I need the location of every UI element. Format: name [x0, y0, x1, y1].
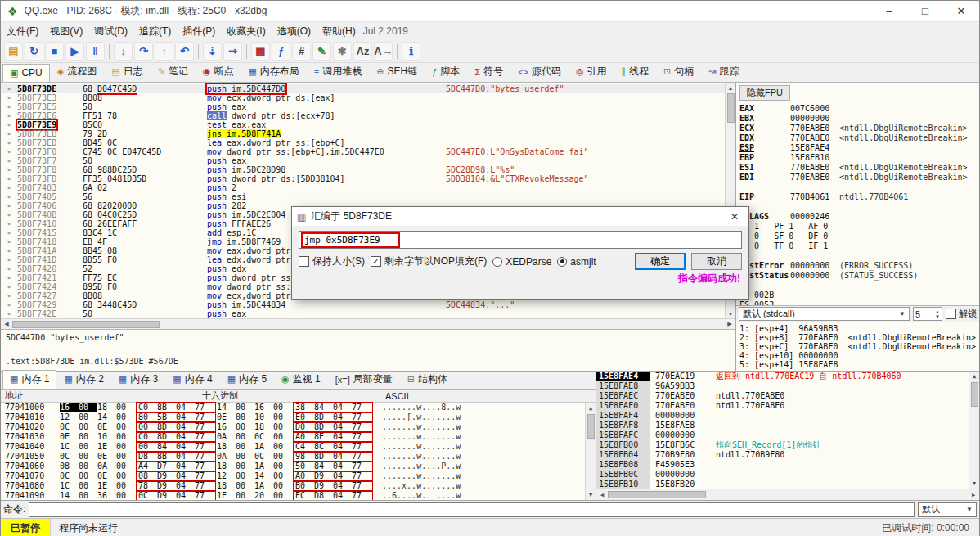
memory-row[interactable]: 770410801C001E0078D9047718001A00B0D90477… — [1, 481, 596, 491]
stack-vertical-scrollbar[interactable]: ▲ ▼ — [969, 372, 979, 489]
register-row[interactable] — [739, 251, 976, 261]
call-stack-tab[interactable]: ≡调用堆栈 — [307, 61, 369, 82]
maximize-button[interactable]: □ — [907, 1, 943, 21]
unlock-checkbox[interactable]: 解锁 — [946, 308, 977, 320]
memory-row[interactable]: 7704101012001400805B04770E001000E08D0477… — [1, 412, 596, 422]
stack-row[interactable]: 15E8FB0C00000000 — [596, 470, 979, 480]
restart-icon[interactable]: ↻ — [25, 42, 43, 61]
memory-row[interactable]: 770410300E001000C08D04770A000C00A08E0477… — [1, 432, 596, 442]
handles-tab[interactable]: ⊡句柄 — [656, 61, 701, 82]
stack-row[interactable]: 15E8FAF815E8FAE8 — [596, 421, 979, 430]
address-column-header[interactable]: 地址 — [1, 390, 58, 402]
menu-view[interactable]: 视图(V) — [44, 23, 88, 40]
memory-row[interactable]: 770410200C000E00008D047716001800D08D0477… — [1, 422, 596, 432]
disasm-row[interactable]: ●5D8F73EB79 2Djns im.5D8F741A — [1, 129, 735, 138]
memory4-tab[interactable]: ▦内存 4 — [165, 370, 219, 389]
stack-row[interactable]: 15E8FB04770B9F80ntdll.770B9F80 — [596, 450, 979, 460]
scroll-down-icon[interactable]: ▼ — [589, 490, 592, 500]
stack-horizontal-scrollbar[interactable]: ◀ ▶ — [596, 489, 979, 500]
scroll-right-icon[interactable]: ▶ — [968, 492, 979, 498]
calling-convention-select[interactable]: 默认 (stdcall) ▼ — [739, 307, 910, 321]
stack-row[interactable]: 15E8FB08F45905E3 — [596, 460, 979, 470]
register-row[interactable]: LastError00000000(ERROR_SUCCESS) — [739, 261, 976, 271]
scroll-left-icon[interactable]: ◀ — [596, 492, 608, 498]
settings-icon[interactable]: ✱ — [333, 42, 352, 61]
minimize-button[interactable]: – — [871, 1, 907, 21]
xedparse-radio[interactable]: XEDParse — [492, 256, 551, 268]
cpu-tab[interactable]: ▣CPU — [2, 64, 50, 82]
register-row[interactable]: EDI770EABE0<ntdll.DbgUiRemoteBreakin> — [739, 173, 976, 182]
scroll-right-icon[interactable]: ▶ — [724, 321, 735, 327]
argument-row[interactable]: 5: [esp+14] 15E8FAE8 — [739, 360, 976, 369]
goto-icon[interactable]: A→ — [374, 42, 393, 61]
cancel-button[interactable]: 取消 — [691, 253, 742, 270]
step-into-icon[interactable]: ↓ — [114, 42, 133, 61]
asmjit-radio[interactable]: asmjit — [557, 256, 596, 268]
stack-row[interactable]: 15E8FAEC770EABE0ntdll.770EABE0 — [596, 391, 979, 401]
disasm-row[interactable]: ●5D8F73DE68 D047C45Dpush im.5DC447D05DC4… — [1, 84, 735, 93]
disasm-row[interactable]: ●5D8F73F750push eax — [1, 156, 735, 165]
menu-favourites[interactable]: 收藏夹(I) — [221, 23, 271, 40]
scrollbar-thumb[interactable] — [971, 382, 978, 407]
pause-icon[interactable]: ‖ — [86, 42, 105, 61]
register-row[interactable]: CF 0 TF 0 IF 1 — [739, 241, 976, 251]
argument-row[interactable]: 3: [esp+C] 770EABE0 <ntdll.DbgUiRemoteBr… — [739, 342, 976, 351]
ascii-column-header[interactable]: ASCII — [382, 391, 596, 401]
disasm-row[interactable]: ●5D8F740556push esi — [1, 192, 735, 201]
register-row[interactable]: LastStatus00000000(STATUS_SUCCESS) — [739, 271, 976, 281]
disasm-row[interactable]: ●5D8F73F0C745 0C E047C45Dmov dword ptr s… — [1, 147, 735, 156]
register-row[interactable]: EIP770B4061ntdll.770B4061 — [739, 192, 976, 202]
disasm-row[interactable]: ●5D8F73F868 988DC25Dpush im.5DC28D985DC2… — [1, 165, 735, 174]
register-row[interactable]: OF 0 SF 0 DF 0 — [739, 232, 976, 241]
argument-row[interactable]: 1: [esp+4] 96A59BB3 — [739, 324, 976, 333]
command-input[interactable] — [29, 502, 915, 517]
assemble-instruction-input[interactable]: jmp 0x5D8F73E9 — [299, 231, 742, 249]
memory5-tab[interactable]: ▦内存 5 — [220, 370, 274, 389]
register-row[interactable]: EFLAGS00000246 — [739, 212, 976, 222]
register-row[interactable] — [739, 202, 976, 212]
menu-plugins[interactable]: 插件(P) — [177, 23, 221, 40]
memory1-tab[interactable]: ▦内存 1 — [2, 370, 56, 389]
memory-row[interactable]: 770410700C000E0008D9047712001400A0D90477… — [1, 471, 596, 481]
step-over-icon[interactable]: ↷ — [134, 42, 153, 61]
disasm-row[interactable]: ●5D8F73E550push eax — [1, 102, 735, 111]
stack-row[interactable]: 15E8FAF0770EABE0ntdll.770EABE0 — [596, 401, 979, 411]
menu-help[interactable]: 帮助(H) — [317, 23, 362, 40]
info-icon[interactable]: ℹ — [402, 42, 420, 61]
scroll-down-icon[interactable]: ▼ — [973, 479, 976, 489]
disasm-row[interactable]: ●5D8F73E38B08mov ecx,dword ptr ds:[eax] — [1, 93, 735, 102]
stack-row[interactable]: 15E8FAFC00000000 — [596, 430, 979, 440]
stack-row[interactable]: 15E8FAE4770EAC19返回到 ntdll.770EAC19 自 ntd… — [596, 372, 979, 381]
keep-size-checkbox[interactable]: 保持大小(S) — [299, 254, 365, 268]
memory-row[interactable]: 7704106008000A00A4D7047718001A0050840477… — [1, 462, 596, 471]
memory3-tab[interactable]: ▦内存 3 — [111, 370, 165, 389]
scroll-up-icon[interactable]: ▲ — [728, 83, 734, 92]
case-icon[interactable]: Az — [353, 42, 372, 61]
register-row[interactable]: EDX770EABE0<ntdll.DbgUiRemoteBreakin> — [739, 133, 976, 143]
run-icon[interactable]: ▶ — [65, 42, 84, 61]
argument-row[interactable]: 2: [esp+8] 770EABE0 <ntdll.DbgUiRemoteBr… — [739, 333, 976, 342]
step-back-icon[interactable]: ↶ — [175, 42, 194, 61]
open-folder-icon[interactable]: ▤ — [4, 42, 23, 61]
scroll-left-icon[interactable]: ◀ — [1, 321, 12, 327]
disasm-row[interactable]: ●5D8F742968 3448C45Dpush im.5DC448345DC4… — [1, 300, 735, 309]
script-tab[interactable]: ƒ脚本 — [425, 61, 467, 82]
scrollbar-thumb[interactable] — [587, 414, 595, 439]
register-row[interactable]: EBX00000000 — [739, 114, 976, 124]
fx-icon[interactable]: ƒ — [272, 42, 290, 61]
seh-tab[interactable]: ⊕SEH链 — [369, 61, 425, 82]
register-row[interactable]: ECX770EABE0<ntdll.DbgUiRemoteBreakin> — [739, 124, 976, 133]
disasm-row[interactable]: ●5D8F73E6FF51 78call dword ptr ds:[ecx+7… — [1, 111, 735, 120]
notes-tab[interactable]: ✎笔记 — [151, 61, 196, 82]
scrollbar-thumb[interactable] — [727, 93, 735, 123]
threads-tab[interactable]: ∥线程 — [614, 61, 657, 82]
ok-button[interactable]: 确定 — [635, 253, 686, 270]
locals-tab[interactable]: [x=]局部变量 — [328, 370, 400, 389]
memory-row[interactable]: 77041090140036000CD904771E002000ECD80477… — [1, 491, 596, 500]
memory-row[interactable]: 770410500C000E00D88B04770A000C00988D0477… — [1, 452, 596, 462]
graph-tab[interactable]: ◈流程图 — [50, 61, 104, 82]
watch1-tab[interactable]: ◉监视 1 — [274, 370, 328, 389]
references-tab[interactable]: ◎引用 — [569, 61, 614, 82]
memory-vertical-scrollbar[interactable]: ▲ ▼ — [585, 403, 596, 500]
hash-icon[interactable]: # — [292, 42, 311, 61]
